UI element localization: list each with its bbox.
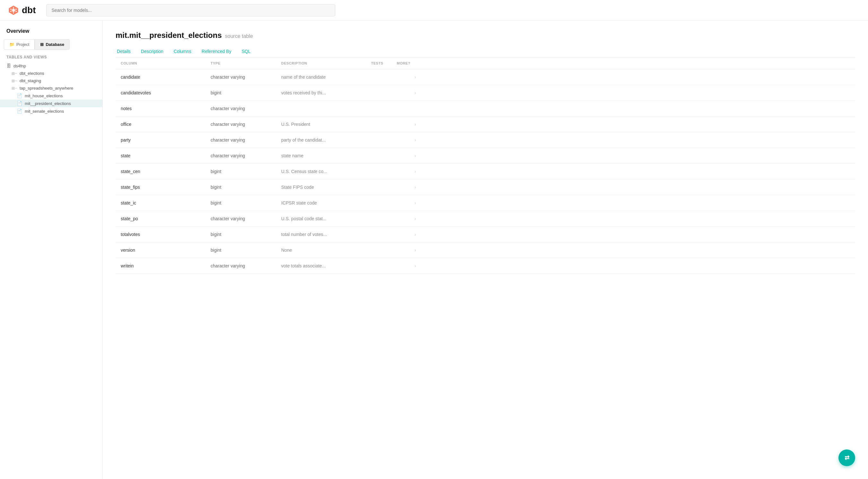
table-row[interactable]: party character varying party of the can… <box>116 132 855 148</box>
logo: dbt <box>8 4 36 16</box>
col-type: bigint <box>211 185 281 190</box>
chevron-icon: › <box>414 263 416 268</box>
tree-item-label: mit_senate_elections <box>25 109 64 114</box>
table-row[interactable]: version bigint None › <box>116 242 855 258</box>
table-row[interactable]: candidatevotes bigint votes received by … <box>116 85 855 101</box>
page-title-text: mit.mit__president_elections <box>116 31 222 40</box>
col-type: character varying <box>211 263 281 268</box>
table-row[interactable]: state_po character varying U.S. postal c… <box>116 211 855 227</box>
col-more: › <box>397 90 416 95</box>
table-row[interactable]: totalvotes bigint total number of votes.… <box>116 227 855 242</box>
col-type: bigint <box>211 247 281 253</box>
tree-item-label: ds4fnp <box>13 64 26 68</box>
col-description: U.S. President <box>281 122 371 127</box>
th-more: MORE? <box>397 61 416 65</box>
table-row[interactable]: state_fips bigint State FIPS code › <box>116 179 855 195</box>
table-row[interactable]: state_cen bigint U.S. Census state co...… <box>116 164 855 179</box>
table-row[interactable]: state_ic bigint ICPSR state code › <box>116 195 855 211</box>
table-row[interactable]: writein character varying vote totals as… <box>116 258 855 274</box>
table-body: candidate character varying name of the … <box>116 69 855 274</box>
col-description: State FIPS code <box>281 185 371 190</box>
search-bar[interactable] <box>46 4 335 17</box>
sidebar-tabs: 📁 Project ⊞ Database <box>0 39 102 55</box>
col-type: character varying <box>211 216 281 221</box>
table-row[interactable]: office character varying U.S. President … <box>116 117 855 132</box>
col-description: total number of votes... <box>281 232 371 237</box>
tree-item-label: mit__president_elections <box>25 101 71 106</box>
tab-database[interactable]: ⊞ Database <box>35 39 70 50</box>
chevron-icon: › <box>414 74 416 80</box>
col-description: name of the candidate <box>281 74 371 80</box>
view-icon: ⊞╌ <box>11 71 17 76</box>
sidebar-item-tap_spreadsheets_anywhere[interactable]: ⊞╌tap_spreadsheets_anywhere <box>0 84 102 92</box>
col-type: character varying <box>211 74 281 80</box>
chevron-icon: › <box>414 122 416 127</box>
th-type: TYPE <box>211 61 281 65</box>
chevron-icon: › <box>414 185 416 190</box>
col-more: › <box>397 122 416 127</box>
dbt-logo-icon <box>8 4 19 16</box>
database-icon: 🗄 <box>6 63 11 68</box>
folder-icon: 📁 <box>9 42 14 47</box>
col-type: character varying <box>211 138 281 143</box>
sidebar-item-dbt_staging[interactable]: ⊞╌dbt_staging <box>0 77 102 84</box>
tree-item-label: dbt_elections <box>20 71 44 76</box>
tree-item-label: tap_spreadsheets_anywhere <box>20 86 73 91</box>
sidebar-item-dbt_elections[interactable]: ⊞╌dbt_elections <box>0 70 102 77</box>
col-column: writein <box>121 263 211 268</box>
sidebar-item-mit_president_elections[interactable]: 📄mit__president_elections <box>0 99 102 107</box>
main-content: mit.mit__president_elections source tabl… <box>103 21 868 479</box>
chevron-icon: › <box>414 169 416 174</box>
tab-description[interactable]: Description <box>140 46 165 57</box>
chevron-icon: › <box>414 247 416 253</box>
header: dbt <box>0 0 868 21</box>
sidebar-section-label: Tables and Views <box>0 55 102 62</box>
database-icon: ⊞ <box>40 42 44 47</box>
logo-text: dbt <box>22 5 36 16</box>
tab-details[interactable]: Details <box>116 46 132 57</box>
tree-item-label: dbt_staging <box>20 78 41 83</box>
tab-sql[interactable]: SQL <box>241 46 252 57</box>
th-description: DESCRIPTION <box>281 61 371 65</box>
col-type: bigint <box>211 200 281 206</box>
chevron-icon: › <box>414 200 416 206</box>
table-row[interactable]: candidate character varying name of the … <box>116 69 855 85</box>
tab-referenced_by[interactable]: Referenced By <box>200 46 233 57</box>
col-column: state <box>121 153 211 158</box>
col-type: bigint <box>211 169 281 174</box>
col-column: notes <box>121 106 211 111</box>
col-description: vote totals associate... <box>281 263 371 268</box>
sidebar-item-mit_house_elections[interactable]: 📄mit_house_elections <box>0 92 102 99</box>
col-description: votes received by thi... <box>281 90 371 95</box>
tab-project[interactable]: 📁 Project <box>4 39 35 50</box>
col-column: totalvotes <box>121 232 211 237</box>
col-column: candidatevotes <box>121 90 211 95</box>
table-icon: 📄 <box>17 109 22 114</box>
fab-button[interactable]: ⇄ <box>838 449 855 466</box>
table-header: COLUMNTYPEDESCRIPTIONTESTSMORE? <box>116 57 855 69</box>
col-type: bigint <box>211 232 281 237</box>
col-description: party of the candidat... <box>281 138 371 143</box>
chevron-icon: › <box>414 138 416 143</box>
sidebar-item-ds4fnp[interactable]: 🗄ds4fnp <box>0 62 102 70</box>
col-more: › <box>397 263 416 268</box>
col-more: › <box>397 185 416 190</box>
layout: Overview 📁 Project ⊞ Database Tables and… <box>0 21 868 479</box>
chevron-icon: › <box>414 153 416 158</box>
col-more: › <box>397 232 416 237</box>
th-column: COLUMN <box>121 61 211 65</box>
col-description: U.S. Census state co... <box>281 169 371 174</box>
table-icon: 📄 <box>17 101 22 106</box>
table-row[interactable]: notes character varying <box>116 101 855 117</box>
chevron-icon: › <box>414 90 416 95</box>
tab-columns[interactable]: Columns <box>173 46 193 57</box>
col-more: › <box>397 200 416 206</box>
search-input[interactable] <box>46 4 335 17</box>
view-icon: ⊞╌ <box>11 79 17 83</box>
table-row[interactable]: state character varying state name › <box>116 148 855 164</box>
table-icon: 📄 <box>17 93 22 98</box>
col-description: None <box>281 247 371 253</box>
fab-icon: ⇄ <box>844 454 849 461</box>
sidebar-item-mit_senate_elections[interactable]: 📄mit_senate_elections <box>0 107 102 115</box>
col-more: › <box>397 74 416 80</box>
